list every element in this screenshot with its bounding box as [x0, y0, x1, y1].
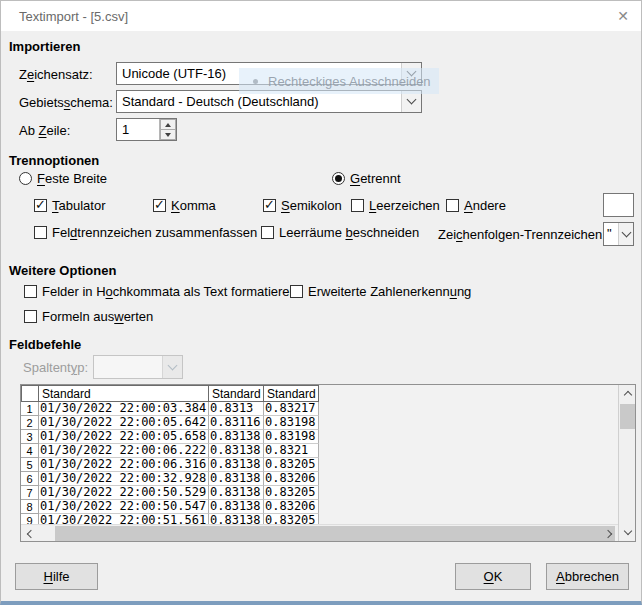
chevron-left-icon	[27, 529, 35, 537]
table-cell: 01/30/2022 22:00:06.222	[39, 444, 209, 458]
from-row-label: Ab Zeile:	[19, 123, 70, 138]
table-cell: 0.83138	[209, 472, 264, 486]
detect-numbers-checkbox[interactable]: Erweiterte Zahlenerkennung	[290, 284, 471, 299]
table-row: 901/30/2022 22:00:51.5610.831380.83205	[21, 514, 618, 524]
other-checkbox[interactable]: Andere	[446, 198, 506, 213]
csv-preview-table[interactable]: StandardStandardStandard 101/30/2022 22:…	[20, 384, 636, 542]
table-row: 201/30/2022 22:00:05.6420.831160.83198	[21, 416, 618, 430]
column-header[interactable]: Standard	[39, 385, 209, 402]
checkbox-icon	[24, 310, 37, 323]
table-cell: 0.83138	[209, 514, 264, 524]
tabulator-checkbox[interactable]: Tabulator	[34, 198, 105, 213]
trim-spaces-label: Leerräume beschneiden	[279, 225, 419, 240]
help-button-label: Hilfe	[43, 569, 69, 584]
merge-delimiters-checkbox[interactable]: Feldtrennzeichen zusammenfassen	[34, 225, 257, 240]
table-row: 801/30/2022 22:00:50.5470.831380.83206	[21, 500, 618, 514]
checkbox-icon	[446, 199, 459, 212]
arrow-up-icon	[165, 123, 171, 127]
spin-up-button[interactable]	[160, 119, 176, 130]
table-cell: 01/30/2022 22:00:05.642	[39, 416, 209, 430]
semicolon-label: Semikolon	[281, 198, 342, 213]
table-row: 401/30/2022 22:00:06.2220.831380.8321	[21, 444, 618, 458]
bullet-icon	[253, 79, 258, 84]
table-cell: 0.83198	[264, 416, 319, 430]
table-cell: 0.83138	[209, 430, 264, 444]
detect-numbers-label: Erweiterte Zahlenerkennung	[308, 284, 471, 299]
row-number: 8	[21, 500, 39, 514]
charset-label: Zeichensatz:	[19, 67, 93, 82]
checkbox-icon	[24, 285, 37, 298]
table-cell: 0.8313	[209, 402, 264, 416]
chevron-down-icon	[623, 527, 631, 535]
column-type-label: Spaltentyp:	[23, 360, 88, 375]
chevron-down-icon[interactable]	[401, 91, 421, 112]
string-delimiter-combobox[interactable]: "	[603, 222, 634, 246]
row-number: 1	[21, 402, 39, 416]
row-number: 4	[21, 444, 39, 458]
table-cell: 01/30/2022 22:00:05.658	[39, 430, 209, 444]
scroll-left-button[interactable]	[21, 525, 38, 541]
close-icon[interactable]: ✕	[613, 7, 633, 25]
chevron-down-icon[interactable]	[618, 223, 633, 245]
row-number: 7	[21, 486, 39, 500]
textimport-dialog: Textimport - [5.csv] ✕ Importieren Zeich…	[0, 0, 642, 605]
arrow-down-icon	[165, 133, 171, 137]
ok-button[interactable]: OK	[455, 563, 531, 590]
fixed-width-label: Feste Breite	[37, 171, 107, 186]
quoted-as-text-checkbox[interactable]: Felder in Hochkommata als Text formatier…	[24, 284, 297, 299]
fixed-width-radio[interactable]: Feste Breite	[19, 171, 107, 186]
radio-icon	[332, 172, 345, 185]
table-cell: 01/30/2022 22:00:03.384	[39, 402, 209, 416]
checkbox-icon	[263, 199, 276, 212]
section-heading-separator: Trennoptionen	[9, 153, 99, 168]
horizontal-scrollbar[interactable]	[21, 524, 618, 541]
table-cell: 0.83138	[209, 458, 264, 472]
table-cell: 0.83138	[209, 500, 264, 514]
comma-checkbox[interactable]: Komma	[153, 198, 216, 213]
column-type-value	[94, 356, 162, 378]
help-button[interactable]: Hilfe	[15, 563, 98, 590]
spin-down-button[interactable]	[160, 130, 176, 140]
from-row-stepper[interactable]: 1	[116, 118, 177, 141]
column-header[interactable]: Standard	[264, 385, 319, 402]
trim-spaces-checkbox[interactable]: Leerräume beschneiden	[261, 225, 419, 240]
vertical-scroll-thumb[interactable]	[620, 404, 635, 429]
table-cell: 01/30/2022 22:00:50.529	[39, 486, 209, 500]
other-label: Andere	[464, 198, 506, 213]
corner-cell	[21, 385, 39, 402]
ok-button-label: OK	[484, 569, 503, 584]
chevron-down-icon	[162, 356, 182, 378]
table-row: 301/30/2022 22:00:05.6580.831380.83198	[21, 430, 618, 444]
evaluate-formulas-checkbox[interactable]: Formeln auswerten	[24, 309, 153, 324]
table-cell: 0.8321	[264, 444, 319, 458]
other-separator-input[interactable]	[603, 193, 634, 217]
scroll-up-button[interactable]	[619, 385, 636, 402]
semicolon-checkbox[interactable]: Semikolon	[263, 198, 342, 213]
snip-tool-ghost-overlay: Rechteckiges Ausschneiden	[239, 68, 439, 94]
table-cell: 0.83206	[264, 472, 319, 486]
checkbox-icon	[34, 226, 47, 239]
space-checkbox[interactable]: Leerzeichen	[351, 198, 440, 213]
column-header[interactable]: Standard	[209, 385, 264, 402]
scroll-down-button[interactable]	[619, 524, 636, 541]
table-cell: 01/30/2022 22:00:51.561	[39, 514, 209, 524]
title-bar[interactable]: Textimport - [5.csv] ✕	[1, 1, 641, 31]
cancel-button[interactable]: Abbrechen	[546, 563, 629, 590]
horizontal-scroll-thumb[interactable]	[55, 526, 615, 541]
separated-radio[interactable]: Getrennt	[332, 171, 401, 186]
merge-delimiters-label: Feldtrennzeichen zusammenfassen	[52, 225, 257, 240]
row-number: 6	[21, 472, 39, 486]
evaluate-formulas-label: Formeln auswerten	[42, 309, 153, 324]
column-type-combobox	[93, 355, 183, 379]
separated-label: Getrennt	[350, 171, 401, 186]
table-cell: 0.83217	[264, 402, 319, 416]
vertical-scrollbar[interactable]	[618, 385, 635, 541]
table-row: 601/30/2022 22:00:32.9280.831380.83206	[21, 472, 618, 486]
checkbox-icon	[290, 285, 303, 298]
chevron-up-icon	[623, 391, 631, 399]
row-number: 2	[21, 416, 39, 430]
locale-label: Gebietsschema:	[19, 95, 113, 110]
string-delimiter-label: Zeichenfolgen-Trennzeichen:	[438, 227, 606, 242]
horizontal-scroll-track[interactable]	[38, 525, 601, 541]
table-cell: 0.83138	[209, 486, 264, 500]
